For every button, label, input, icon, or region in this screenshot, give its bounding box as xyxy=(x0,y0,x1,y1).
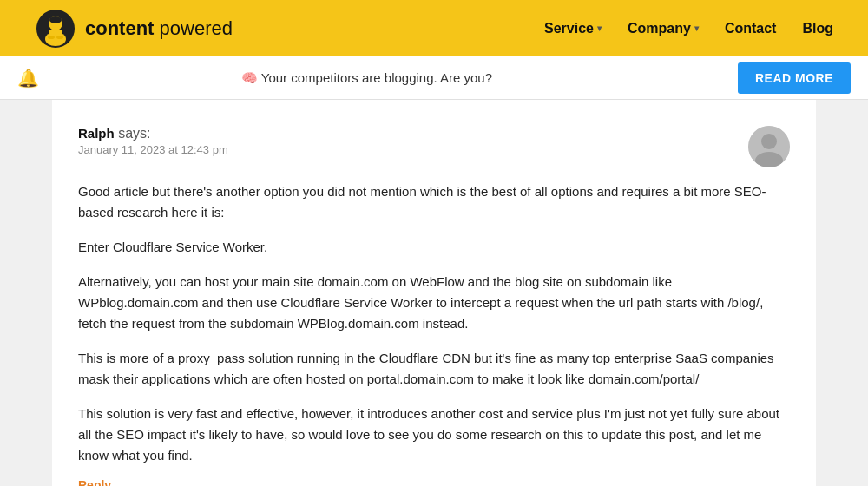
comment-header: Ralph says: January 11, 2023 at 12:43 pm xyxy=(78,126,790,167)
brand-name: content powered xyxy=(85,17,233,40)
logo-icon xyxy=(35,8,76,49)
svg-point-8 xyxy=(761,134,777,149)
comment-paragraph-4: This is more of a proxy_pass solution ru… xyxy=(78,348,790,390)
logo-area[interactable]: content powered xyxy=(35,8,233,49)
reply-link[interactable]: Reply xyxy=(78,478,111,486)
svg-point-6 xyxy=(56,36,63,39)
comment-author-line: Ralph says: xyxy=(78,126,228,141)
avatar xyxy=(748,126,790,167)
read-more-button[interactable]: READ MORE xyxy=(738,62,851,94)
header: content powered Service ▾ Company ▾ Cont… xyxy=(0,0,868,56)
comment-paragraph-5: This solution is very fast and effective… xyxy=(78,404,790,466)
comment-author: Ralph xyxy=(78,126,115,141)
comment-author-info: Ralph says: January 11, 2023 at 12:43 pm xyxy=(78,126,228,156)
comment-paragraph-2: Enter Cloudflare Service Worker. xyxy=(78,237,790,258)
chevron-down-icon: ▾ xyxy=(694,23,699,33)
svg-point-4 xyxy=(49,16,62,23)
comment-body: Good article but there's another option … xyxy=(78,181,790,466)
nav-item-blog[interactable]: Blog xyxy=(802,21,833,36)
comment-says: says: xyxy=(118,126,150,141)
main-nav: Service ▾ Company ▾ Contact Blog xyxy=(544,21,833,36)
nav-item-service[interactable]: Service ▾ xyxy=(544,21,602,36)
svg-point-5 xyxy=(48,36,55,39)
content-area: Ralph says: January 11, 2023 at 12:43 pm… xyxy=(52,100,816,486)
nav-item-company[interactable]: Company ▾ xyxy=(628,21,699,36)
notification-bar: 🔔 🧠 Your competitors are blogging. Are y… xyxy=(0,56,868,100)
notification-text: 🧠 Your competitors are blogging. Are you… xyxy=(0,70,738,86)
nav-item-contact[interactable]: Contact xyxy=(725,21,777,36)
comment-paragraph-3: Alternatively, you can host your main si… xyxy=(78,272,790,334)
comment-date: January 11, 2023 at 12:43 pm xyxy=(78,143,228,156)
chevron-down-icon: ▾ xyxy=(597,23,602,33)
comment-paragraph-1: Good article but there's another option … xyxy=(78,181,790,223)
